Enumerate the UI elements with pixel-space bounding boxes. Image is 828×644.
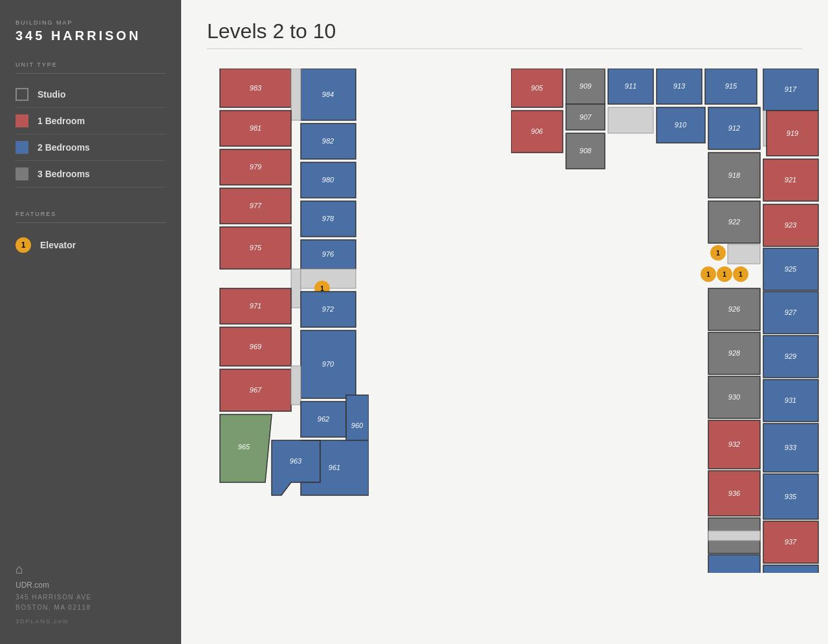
svg-text:969: 969 — [250, 343, 261, 350]
one-bed-color-box — [16, 114, 28, 127]
svg-text:921: 921 — [785, 176, 796, 184]
svg-text:1: 1 — [320, 285, 324, 292]
footer-link[interactable]: UDR.com — [16, 581, 166, 590]
one-bed-label: 1 Bedroom — [38, 116, 85, 126]
svg-text:937: 937 — [785, 538, 797, 546]
svg-text:984: 984 — [322, 91, 334, 98]
left-wing-floorplan: 983 984 981 982 979 980 977 978 — [207, 69, 369, 534]
svg-text:913: 913 — [673, 82, 686, 90]
address-line1: 345 HARRISON AVE — [16, 592, 166, 603]
sidebar: BUILDING MAP 345 HARRISON UNIT TYPE Stud… — [0, 0, 181, 644]
svg-text:960: 960 — [351, 422, 364, 429]
svg-text:981: 981 — [250, 124, 261, 132]
title-divider — [207, 48, 802, 49]
legend-one-bed[interactable]: 1 Bedroom — [16, 108, 166, 134]
svg-text:972: 972 — [322, 305, 334, 313]
two-bed-color-box — [16, 141, 28, 154]
svg-text:1: 1 — [716, 250, 720, 257]
svg-text:1: 1 — [739, 271, 743, 278]
elevator-label: Elevator — [40, 240, 76, 250]
studio-color-box — [16, 88, 28, 101]
svg-text:975: 975 — [250, 244, 262, 252]
svg-text:919: 919 — [787, 129, 798, 137]
svg-text:961: 961 — [329, 464, 340, 471]
svg-rect-122 — [763, 565, 818, 573]
svg-text:935: 935 — [785, 493, 797, 500]
elevator-feature: 1 Elevator — [16, 231, 166, 259]
svg-rect-4 — [291, 69, 301, 120]
floor-plan-container: 983 984 981 982 979 980 977 978 — [207, 69, 802, 573]
unit-type-divider — [16, 73, 166, 74]
features-section: FEATURES 1 Elevator — [16, 200, 166, 259]
main-content: Levels 2 to 10 983 984 981 982 979 980 — [181, 0, 828, 644]
svg-text:910: 910 — [675, 121, 687, 129]
svg-text:983: 983 — [250, 84, 262, 92]
address-line2: BOSTON, MA 02118 — [16, 603, 166, 613]
svg-text:962: 962 — [318, 415, 329, 423]
svg-text:912: 912 — [728, 124, 740, 132]
three-bed-color-box — [16, 167, 28, 180]
legend-three-bed[interactable]: 3 Bedrooms — [16, 161, 166, 188]
svg-rect-21 — [291, 269, 301, 308]
svg-text:1: 1 — [723, 271, 726, 278]
home-icon: ⌂ — [16, 562, 166, 577]
sidebar-footer: ⌂ UDR.com 345 HARRISON AVE BOSTON, MA 02… — [16, 562, 166, 625]
svg-text:930: 930 — [728, 393, 741, 401]
svg-text:977: 977 — [250, 202, 262, 209]
svg-text:908: 908 — [580, 147, 592, 155]
right-wing-floorplan: 905 909 907 911 913 915 917 906 908 — [511, 69, 822, 573]
unit-type-label: UNIT TYPE — [16, 61, 166, 68]
svg-text:976: 976 — [322, 250, 334, 258]
svg-text:911: 911 — [625, 82, 637, 90]
svg-text:971: 971 — [250, 302, 261, 310]
svg-rect-117 — [708, 531, 760, 541]
svg-text:928: 928 — [728, 349, 741, 357]
svg-text:925: 925 — [785, 265, 797, 273]
svg-text:980: 980 — [322, 176, 334, 184]
footer-address: 345 HARRISON AVE BOSTON, MA 02118 — [16, 592, 166, 613]
elevator-badge: 1 — [16, 237, 31, 253]
svg-text:963: 963 — [290, 457, 302, 465]
svg-text:918: 918 — [728, 171, 741, 179]
svg-text:1: 1 — [706, 271, 710, 278]
svg-text:970: 970 — [322, 360, 334, 368]
svg-text:982: 982 — [322, 137, 334, 145]
svg-text:929: 929 — [785, 352, 796, 360]
svg-text:927: 927 — [785, 308, 797, 316]
two-bed-label: 2 Bedrooms — [38, 142, 90, 153]
svg-text:965: 965 — [238, 443, 250, 451]
building-label: BUILDING MAP — [16, 19, 166, 26]
svg-text:906: 906 — [531, 127, 543, 135]
svg-text:923: 923 — [785, 221, 797, 229]
legend-studio[interactable]: Studio — [16, 81, 166, 108]
svg-text:936: 936 — [728, 489, 741, 497]
svg-text:933: 933 — [785, 444, 797, 451]
svg-text:907: 907 — [580, 113, 592, 121]
svg-rect-68 — [608, 107, 653, 133]
svg-text:915: 915 — [725, 82, 737, 90]
svg-rect-120 — [708, 555, 760, 573]
footer-brand: 3DPLANS.com — [16, 618, 166, 625]
svg-rect-39 — [291, 366, 301, 405]
building-name: 345 HARRISON — [16, 28, 166, 43]
svg-text:979: 979 — [250, 163, 261, 171]
svg-text:932: 932 — [728, 440, 740, 448]
svg-rect-86 — [728, 244, 760, 264]
svg-text:922: 922 — [728, 218, 740, 226]
studio-label: Studio — [38, 89, 66, 100]
svg-text:978: 978 — [322, 215, 334, 222]
features-label: FEATURES — [16, 211, 166, 217]
svg-text:931: 931 — [785, 396, 796, 404]
svg-text:926: 926 — [728, 305, 741, 313]
three-bed-label: 3 Bedrooms — [38, 169, 90, 179]
legend-two-bed[interactable]: 2 Bedrooms — [16, 134, 166, 161]
svg-text:917: 917 — [785, 85, 797, 93]
svg-text:967: 967 — [250, 386, 262, 394]
svg-text:909: 909 — [580, 82, 591, 90]
page-title: Levels 2 to 10 — [207, 19, 802, 43]
svg-text:905: 905 — [531, 84, 543, 92]
features-divider — [16, 222, 166, 223]
